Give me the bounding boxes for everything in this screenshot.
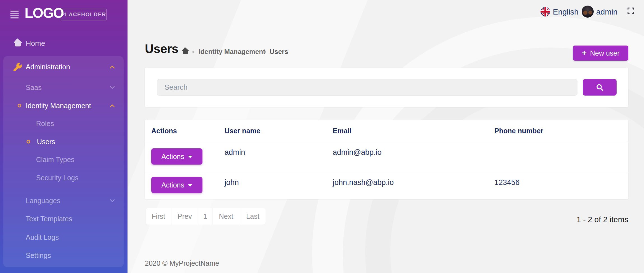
main-content: English admin Users Identity Management …: [128, 0, 644, 273]
pagination-first[interactable]: First: [146, 208, 171, 225]
sidebar-item-label: Text Templates: [26, 215, 72, 223]
sidebar-item-audit-logs[interactable]: Audit Logs: [3, 231, 124, 244]
page-title: Users: [145, 42, 178, 56]
breadcrumb-separator-dot: [264, 51, 266, 53]
cell-email: admin@abp.io: [333, 148, 382, 157]
sidebar-item-security-logs[interactable]: Security Logs: [3, 171, 124, 184]
table-divider: [145, 173, 628, 173]
cell-user-name: admin: [225, 148, 245, 157]
brand-logo[interactable]: LOGO: [25, 5, 63, 21]
row-actions-dropdown[interactable]: Actions: [151, 148, 202, 165]
sidebar-item-label: Home: [26, 39, 45, 48]
caret-down-icon: [188, 184, 192, 187]
actions-button-label: Actions: [161, 153, 184, 161]
home-icon: [13, 38, 22, 48]
pagination-summary: 1 - 2 of 2 items: [577, 215, 628, 224]
breadcrumb-section[interactable]: Identity Management: [199, 48, 265, 56]
chevron-down-icon: [110, 197, 115, 202]
pagination-last[interactable]: Last: [240, 208, 266, 225]
sidebar-item-label: Audit Logs: [26, 233, 59, 241]
new-user-button[interactable]: + New user: [573, 46, 628, 61]
sidebar-item-label: Users: [37, 138, 55, 146]
sidebar-item-administration[interactable]: Administration: [3, 60, 124, 73]
fullscreen-icon[interactable]: [627, 7, 634, 16]
cell-email: john.nash@abp.io: [333, 178, 394, 187]
sidebar: LOGO PLACEHOLDER Home Administration Saa…: [0, 0, 128, 273]
search-card: [145, 68, 628, 107]
sidebar-item-label: Claim Types: [36, 156, 74, 164]
sidebar-item-roles[interactable]: Roles: [3, 117, 124, 130]
search-input[interactable]: [157, 79, 577, 96]
sidebar-item-label: Administration: [26, 63, 70, 71]
wrench-icon: [13, 63, 22, 72]
current-user-label[interactable]: admin: [596, 8, 617, 16]
sidebar-item-text-templates[interactable]: Text Templates: [3, 212, 124, 225]
sidebar-item-home[interactable]: Home: [0, 36, 128, 50]
sidebar-item-settings[interactable]: Settings: [3, 249, 124, 262]
sidebar-item-claim-types[interactable]: Claim Types: [3, 153, 124, 166]
hamburger-menu-icon[interactable]: [10, 11, 19, 18]
sidebar-administration-panel: Administration Saas Identity Management …: [3, 56, 124, 267]
brand-placeholder-badge[interactable]: PLACEHOLDER: [61, 9, 107, 20]
sidebar-item-label: Roles: [36, 120, 54, 128]
footer-copyright: 2020 © MyProjectName: [145, 259, 219, 267]
sidebar-item-languages[interactable]: Languages: [3, 194, 124, 207]
sidebar-item-label: Identity Management: [26, 102, 91, 110]
language-label[interactable]: English: [553, 8, 579, 16]
circle-bullet-icon: [18, 104, 21, 108]
chevron-down-icon: [110, 84, 115, 89]
pagination-prev[interactable]: Prev: [171, 208, 198, 225]
breadcrumb-current: Users: [270, 48, 288, 56]
new-user-button-label: New user: [590, 49, 620, 57]
circle-bullet-icon: [27, 140, 30, 144]
users-table: Actions User name Email Phone number Act…: [145, 120, 628, 199]
plus-icon: +: [582, 49, 587, 57]
pagination: First Prev 1 Next Last: [146, 208, 266, 225]
table-divider: [145, 142, 628, 142]
caret-down-icon: [188, 156, 192, 158]
language-selector[interactable]: [541, 7, 550, 16]
sidebar-item-label: Languages: [26, 197, 60, 205]
sidebar-item-label: Security Logs: [36, 174, 78, 182]
user-avatar[interactable]: [582, 6, 594, 18]
row-actions-dropdown[interactable]: Actions: [151, 177, 202, 193]
chevron-up-icon: [110, 104, 115, 109]
actions-button-label: Actions: [161, 181, 184, 189]
sidebar-item-users[interactable]: Users: [3, 135, 124, 148]
cell-user-name: john: [225, 178, 239, 187]
app-window: LOGO PLACEHOLDER Home Administration Saa…: [0, 0, 644, 273]
column-header-actions: Actions: [151, 127, 177, 135]
cell-phone: 123456: [494, 178, 520, 187]
pagination-next[interactable]: Next: [213, 208, 240, 225]
search-icon: [596, 84, 604, 91]
chevron-up-icon: [110, 65, 115, 70]
breadcrumb-home-icon[interactable]: [181, 47, 189, 55]
column-header-email: Email: [333, 127, 352, 135]
sidebar-item-saas[interactable]: Saas: [3, 81, 124, 94]
breadcrumb-separator-dot: [192, 51, 194, 53]
sidebar-item-label: Saas: [26, 84, 42, 92]
search-button[interactable]: [583, 79, 617, 96]
sidebar-item-label: Settings: [26, 251, 51, 260]
column-header-username: User name: [225, 127, 260, 135]
sidebar-item-identity-management[interactable]: Identity Management: [3, 99, 124, 112]
pagination-page-1[interactable]: 1: [198, 208, 213, 225]
uk-flag-icon: [541, 7, 550, 16]
column-header-phone: Phone number: [494, 127, 543, 135]
